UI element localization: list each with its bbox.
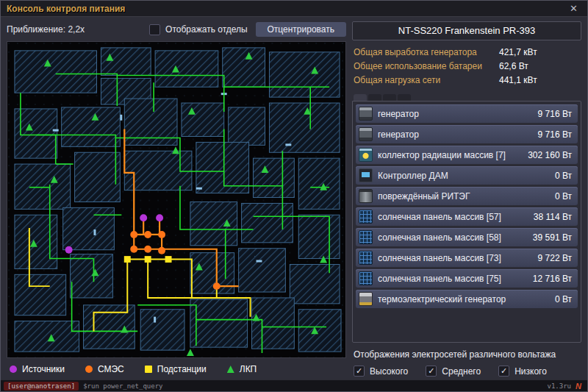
source-value: 12 716 Вт xyxy=(533,274,572,284)
source-value: 39 591 Вт xyxy=(533,232,572,243)
voltage-checkbox[interactable]: ✓ Высокого xyxy=(354,366,408,377)
source-row[interactable]: коллектор радиации массив [7] 302 160 Вт xyxy=(356,146,578,164)
statusbar: [user@nanotrasen] $run power_net_query v… xyxy=(1,379,587,391)
content: Приближение: 2,2x Отображать отделы Отце… xyxy=(1,17,587,379)
solar-panel-icon xyxy=(359,251,373,265)
tab[interactable] xyxy=(383,94,396,101)
nt-logo-icon: N xyxy=(576,382,581,391)
stat-row: Общая нагрузка сети 441,1 кВт xyxy=(354,75,580,86)
stat-value: 441,1 кВт xyxy=(499,75,537,86)
source-value: 302 160 Вт xyxy=(528,150,572,160)
voltage-checkbox[interactable]: ✓ Среднего xyxy=(426,366,481,377)
stat-label: Общее использование батареи xyxy=(354,61,499,72)
source-value: 38 114 Вт xyxy=(534,212,572,222)
solar-panel-icon xyxy=(359,230,373,244)
rtg-icon xyxy=(359,189,373,203)
checkbox-box-icon: ✓ xyxy=(426,366,437,377)
stat-label: Общая нагрузка сети xyxy=(354,75,499,86)
source-label: генератор xyxy=(378,109,533,119)
stat-row: Общее использование батареи 62,6 Вт xyxy=(354,61,580,72)
stat-label: Общая выработка генератора xyxy=(354,47,499,58)
legend-item: СМЭС xyxy=(85,364,124,374)
side-panel: NT-SS220 Frankenstein PR-393 Общая выраб… xyxy=(352,21,581,377)
map-legend: Источники СМЭС Подстанции ЛКП xyxy=(7,362,346,377)
radiation-collector-icon xyxy=(359,148,373,162)
tab[interactable] xyxy=(368,94,381,101)
terminal-prompt: [user@nanotrasen] xyxy=(4,382,79,391)
voltage-checkbox-label: Высокого xyxy=(370,366,408,377)
source-value: 9 716 Вт xyxy=(538,129,572,140)
source-label: солнечная панель массив [58] xyxy=(378,232,528,243)
source-row[interactable]: термоэлектрический генератор 0 Вт xyxy=(356,290,578,308)
source-label: солнечная панель массив [73] xyxy=(378,253,533,263)
legend-item: Подстанции xyxy=(145,364,207,374)
close-button[interactable]: ✕ xyxy=(567,3,580,14)
legend-marker-icon xyxy=(227,366,234,373)
titlebar: Консоль контроля питания ✕ xyxy=(1,1,587,17)
source-row[interactable]: солнечная панель массив [58] 39 591 Вт xyxy=(356,228,578,246)
tab[interactable] xyxy=(354,94,367,101)
sources-list: генератор 9 716 Вт генератор 9 716 Вт ко… xyxy=(352,101,581,343)
source-row[interactable]: солнечная панель массив [73] 9 722 Вт xyxy=(356,249,578,267)
show-departments-checkbox[interactable]: Отображать отделы xyxy=(149,24,248,35)
voltage-section: Отображения электросетей различного воль… xyxy=(352,349,581,377)
legend-label: Источники xyxy=(22,364,65,374)
tab-bar xyxy=(352,94,581,101)
center-button[interactable]: Отцентрировать xyxy=(256,22,347,37)
power-stats: Общая выработка генератора 421,7 кВт Общ… xyxy=(354,47,580,86)
generator-icon xyxy=(359,107,373,121)
legend-label: ЛКП xyxy=(240,364,257,374)
legend-marker-icon xyxy=(85,366,93,373)
legend-label: СМЭС xyxy=(98,364,124,374)
source-label: генератор xyxy=(378,129,533,140)
station-map-svg xyxy=(7,42,345,357)
ame-controller-icon xyxy=(359,168,373,182)
voltage-checkbox-label: Низкого xyxy=(514,366,547,377)
source-label: коллектор радиации массив [7] xyxy=(378,150,523,160)
map-panel: Приближение: 2,2x Отображать отделы Отце… xyxy=(7,21,346,377)
legend-item: ЛКП xyxy=(227,364,257,374)
power-console-window: Консоль контроля питания ✕ Приближение: … xyxy=(0,0,588,392)
terminal-command: $run power_net_query xyxy=(83,382,162,390)
voltage-checkbox[interactable]: ✓ Низкого xyxy=(498,366,547,377)
checkbox-box-icon xyxy=(149,24,160,35)
voltage-options: ✓ Высокого ✓ Среднего ✓ Низкого xyxy=(354,366,581,377)
source-value: 0 Вт xyxy=(555,294,572,304)
zoom-level-label: Приближение: 2,2x xyxy=(7,24,85,35)
source-row[interactable]: генератор 9 716 Вт xyxy=(356,104,578,123)
checkbox-label: Отображать отделы xyxy=(165,24,248,35)
source-row[interactable]: Контроллер ДАМ 0 Вт xyxy=(356,166,578,185)
checkbox-box-icon: ✓ xyxy=(354,366,365,377)
map-controls: Приближение: 2,2x Отображать отделы Отце… xyxy=(7,21,346,38)
legend-marker-icon xyxy=(145,366,152,373)
source-row[interactable]: генератор 9 716 Вт xyxy=(356,125,578,143)
stat-value: 421,7 кВт xyxy=(499,47,537,58)
source-row[interactable]: солнечная панель массив [57] 38 114 Вт xyxy=(356,207,578,226)
checkbox-box-icon: ✓ xyxy=(498,366,509,377)
version-label: v1.3ru xyxy=(548,382,572,390)
power-map[interactable] xyxy=(7,41,346,358)
source-label: повреждённый РИТЭГ xyxy=(378,191,550,202)
tab[interactable] xyxy=(398,94,411,101)
stat-row: Общая выработка генератора 421,7 кВт xyxy=(354,47,580,58)
station-name: NT-SS220 Frankenstein PR-393 xyxy=(352,21,581,40)
source-value: 0 Вт xyxy=(555,171,572,181)
stat-value: 62,6 Вт xyxy=(499,61,528,72)
source-label: Контроллер ДАМ xyxy=(378,171,550,181)
legend-item: Источники xyxy=(10,364,65,374)
source-row[interactable]: повреждённый РИТЭГ 0 Вт xyxy=(356,187,578,205)
source-label: солнечная панель массив [75] xyxy=(378,274,528,284)
solar-panel-icon xyxy=(359,210,373,224)
voltage-section-title: Отображения электросетей различного воль… xyxy=(354,349,581,360)
voltage-checkbox-label: Среднего xyxy=(442,366,481,377)
source-value: 9 722 Вт xyxy=(538,253,572,263)
source-row[interactable]: солнечная панель массив [75] 12 716 Вт xyxy=(356,269,578,288)
source-label: термоэлектрический генератор xyxy=(378,294,550,304)
generator-icon xyxy=(359,127,373,141)
source-value: 9 716 Вт xyxy=(538,109,572,119)
teg-icon xyxy=(359,292,373,306)
legend-marker-icon xyxy=(10,366,17,373)
legend-label: Подстанции xyxy=(157,364,207,374)
source-label: солнечная панель массив [57] xyxy=(378,212,528,222)
window-title: Консоль контроля питания xyxy=(7,4,125,14)
